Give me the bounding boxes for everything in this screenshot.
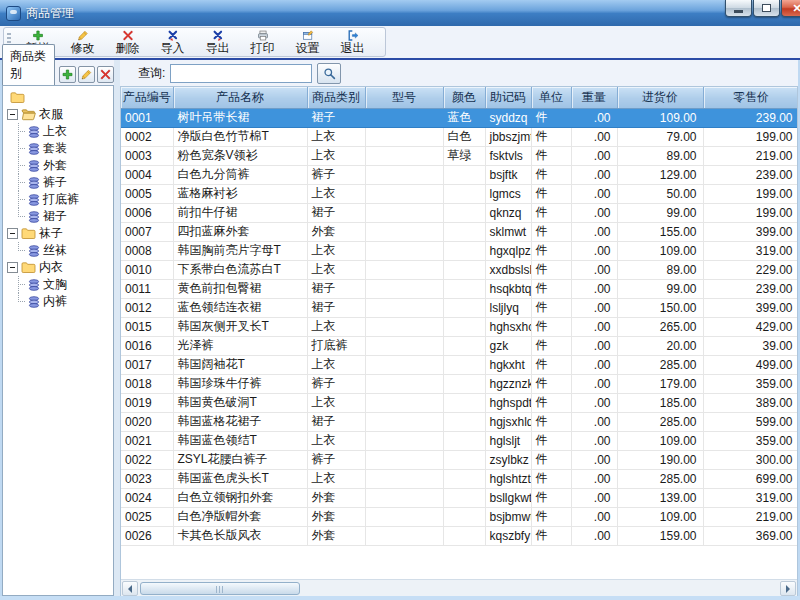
table-row[interactable]: 0012蓝色领结连衣裙裙子lsljlyq件.00150.00399.00 bbox=[121, 298, 798, 317]
content-area: 商品类别 衣服 上衣 bbox=[2, 60, 798, 596]
restore-button[interactable] bbox=[753, 0, 780, 17]
collapse-icon[interactable] bbox=[7, 262, 18, 273]
column-header[interactable]: 重量 bbox=[571, 87, 617, 108]
import-button[interactable]: 导入 bbox=[150, 29, 195, 55]
table-cell: 190.00 bbox=[617, 450, 703, 469]
table-cell: .00 bbox=[571, 222, 617, 241]
tab-categories[interactable]: 商品类别 bbox=[2, 44, 55, 85]
table-row[interactable]: 0015韩国灰侧开叉长T上衣hghsxhckczt件.00265.00429.0… bbox=[121, 317, 798, 336]
table-row[interactable]: 0003粉色宽条V领衫上衣草绿fsktvls件.0089.00219.00 bbox=[121, 146, 798, 165]
horizontal-scrollbar[interactable] bbox=[121, 579, 797, 596]
table-cell: 429.00 bbox=[703, 317, 798, 336]
table-row[interactable]: 0020韩国蓝格花裙子裙子hgjsxhlqz件.00285.00599.00 bbox=[121, 412, 798, 431]
tree-item-group[interactable]: 内衣 bbox=[5, 259, 113, 276]
table-row[interactable]: 0025白色净版帽外套外套bsjbmwt件.00109.00219.00 bbox=[121, 507, 798, 526]
table-row[interactable]: 0024白色立领钢扣外套外套bsllgkwt件.00139.00319.00 bbox=[121, 488, 798, 507]
tree-item[interactable]: 外套 bbox=[5, 157, 113, 174]
table-cell bbox=[365, 279, 443, 298]
category-add-button[interactable] bbox=[59, 66, 76, 83]
column-header[interactable]: 单位 bbox=[531, 87, 571, 108]
toolbar: 新增 修改 删除 导入 导出 打印 bbox=[0, 26, 800, 58]
table-row[interactable]: 0008韩国胸前亮片字母T上衣hgxqlpzmt件.00109.00319.00 bbox=[121, 241, 798, 260]
tree-item[interactable]: 打底裤 bbox=[5, 191, 113, 208]
table-row[interactable]: 0001树叶吊带长裙裙子蓝色syddzq件.00109.00239.00 bbox=[121, 108, 798, 127]
tree-item[interactable]: 裙子 bbox=[5, 208, 113, 225]
column-header[interactable]: 商品类别 bbox=[307, 87, 365, 108]
tree-item[interactable]: 裤子 bbox=[5, 174, 113, 191]
table-cell: 裤子 bbox=[307, 165, 365, 184]
table-cell: 件 bbox=[531, 203, 571, 222]
table-row[interactable]: 0017韩国阔袖花T上衣hgkxht件.00285.00499.00 bbox=[121, 355, 798, 374]
column-header[interactable]: 产品名称 bbox=[173, 87, 307, 108]
edit-button[interactable]: 修改 bbox=[60, 29, 105, 55]
export-button[interactable]: 导出 bbox=[195, 29, 240, 55]
close-button[interactable]: ✕ bbox=[781, 0, 800, 17]
delete-button[interactable]: 删除 bbox=[105, 29, 150, 55]
collapse-icon[interactable] bbox=[7, 228, 18, 239]
tree-item[interactable]: 上衣 bbox=[5, 123, 113, 140]
table-cell: 139.00 bbox=[617, 488, 703, 507]
column-header[interactable]: 助记码 bbox=[485, 87, 531, 108]
collapse-icon[interactable] bbox=[7, 109, 18, 120]
table-cell: 粉色宽条V领衫 bbox=[173, 146, 307, 165]
tree-item-group[interactable]: 衣服 bbox=[5, 106, 113, 123]
table-cell: 0020 bbox=[121, 412, 173, 431]
table-cell bbox=[365, 108, 443, 127]
table-cell: 199.00 bbox=[703, 203, 798, 222]
table-row[interactable]: 0019韩国黄色破洞T上衣hghspdt件.00185.00389.00 bbox=[121, 393, 798, 412]
table-row[interactable]: 0011黄色前扣包臀裙裙子hsqkbtq件.0099.00239.00 bbox=[121, 279, 798, 298]
table-row[interactable]: 0016光泽裤打底裤gzk件.0020.0039.00 bbox=[121, 336, 798, 355]
print-button[interactable]: 打印 bbox=[240, 29, 285, 55]
table-row[interactable]: 0007四扣蓝麻外套外套sklmwt件.00155.00399.00 bbox=[121, 222, 798, 241]
tree-item-group[interactable]: 袜子 bbox=[5, 225, 113, 242]
table-cell: 上衣 bbox=[307, 184, 365, 203]
scroll-right-arrow[interactable] bbox=[780, 581, 796, 596]
table-cell: 件 bbox=[531, 488, 571, 507]
search-input[interactable] bbox=[170, 64, 312, 83]
category-edit-button[interactable] bbox=[78, 66, 95, 83]
table-cell: 0010 bbox=[121, 260, 173, 279]
table-cell bbox=[365, 184, 443, 203]
table-cell bbox=[443, 241, 485, 260]
table-cell: gzk bbox=[485, 336, 531, 355]
table-cell: 净版白色竹节棉T bbox=[173, 127, 307, 146]
search-button[interactable] bbox=[317, 63, 341, 84]
table-row[interactable]: 0006前扣牛仔裙裙子qknzq件.0099.00199.00 bbox=[121, 203, 798, 222]
table-row[interactable]: 0018韩国珍珠牛仔裤裤子hgzznzk件.00179.00359.00 bbox=[121, 374, 798, 393]
table-cell: 319.00 bbox=[703, 241, 798, 260]
table-row[interactable]: 0002净版白色竹节棉T上衣白色jbbszjmt件.0079.00199.00 bbox=[121, 127, 798, 146]
minimize-button[interactable] bbox=[725, 0, 752, 17]
table-row[interactable]: 0005蓝格麻衬衫上衣lgmcs件.0050.00199.00 bbox=[121, 184, 798, 203]
settings-button[interactable]: 设置 bbox=[285, 29, 330, 55]
folder-open-icon bbox=[21, 108, 36, 121]
column-header[interactable]: 进货价 bbox=[617, 87, 703, 108]
table-cell: 韩国珍珠牛仔裤 bbox=[173, 374, 307, 393]
table-row[interactable]: 0021韩国蓝色领结T上衣hglsljt件.00109.00359.00 bbox=[121, 431, 798, 450]
scroll-thumb[interactable] bbox=[140, 582, 300, 595]
tree-item[interactable]: 内裤 bbox=[5, 293, 113, 310]
table-cell: hgkxht bbox=[485, 355, 531, 374]
table-cell bbox=[365, 203, 443, 222]
table-row[interactable]: 0010下系带白色流苏白T上衣xxdbslsbt件.0089.00229.00 bbox=[121, 260, 798, 279]
column-header[interactable]: 产品编号 bbox=[121, 87, 173, 108]
exit-button[interactable]: 退出 bbox=[330, 29, 375, 55]
tree-item[interactable]: 套装 bbox=[5, 140, 113, 157]
column-header[interactable]: 颜色 bbox=[443, 87, 485, 108]
table-cell bbox=[443, 374, 485, 393]
column-header[interactable]: 型号 bbox=[365, 87, 443, 108]
table-row[interactable]: 0004白色九分筒裤裤子bsjftk件.00129.00239.00 bbox=[121, 165, 798, 184]
table-cell: 0003 bbox=[121, 146, 173, 165]
tree-item[interactable]: 丝袜 bbox=[5, 242, 113, 259]
table-cell bbox=[443, 469, 485, 488]
table-cell bbox=[365, 431, 443, 450]
tree-item[interactable]: 文胸 bbox=[5, 276, 113, 293]
column-header[interactable]: 零售价 bbox=[703, 87, 798, 108]
tree-root[interactable] bbox=[5, 89, 113, 106]
table-row[interactable]: 0026卡其色长版风衣外套kqszbfy件.00159.00369.00 bbox=[121, 526, 798, 545]
category-delete-button[interactable] bbox=[97, 66, 114, 83]
scroll-left-arrow[interactable] bbox=[122, 581, 138, 596]
table-cell bbox=[365, 336, 443, 355]
table-row[interactable]: 0023韩国蓝色虎头长T上衣hglshtzt件.00285.00699.00 bbox=[121, 469, 798, 488]
table-row[interactable]: 0022ZSYL花腰白裤子裤子zsylbkz件.00190.00300.00 bbox=[121, 450, 798, 469]
table-cell: 韩国蓝色虎头长T bbox=[173, 469, 307, 488]
